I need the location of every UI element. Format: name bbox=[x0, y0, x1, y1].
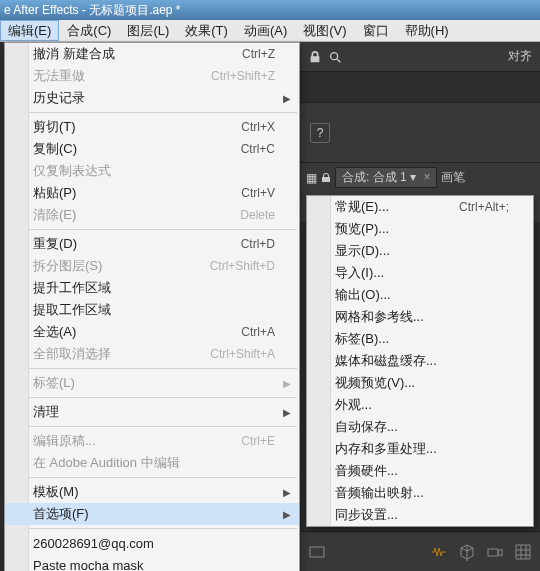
svg-rect-2 bbox=[310, 547, 324, 557]
menu-view[interactable]: 视图(V) bbox=[295, 20, 354, 41]
menu-item-label: 复制(C) bbox=[33, 140, 241, 158]
edit-menu-item[interactable]: 提升工作区域 bbox=[5, 277, 299, 299]
edit-menu-item[interactable]: 全选(A)Ctrl+A bbox=[5, 321, 299, 343]
pref-menu-item[interactable]: 标签(B)... bbox=[307, 328, 533, 350]
menu-item-label: 在 Adobe Audition 中编辑 bbox=[33, 454, 275, 472]
chevron-right-icon: ▶ bbox=[283, 509, 291, 520]
menu-item-label: 标签(L) bbox=[33, 374, 275, 392]
chevron-right-icon: ▶ bbox=[283, 93, 291, 104]
menu-item-label: 全部取消选择 bbox=[33, 345, 210, 363]
edit-menu-item: 在 Adobe Audition 中编辑 bbox=[5, 452, 299, 474]
brush-tab[interactable]: 画笔 bbox=[441, 169, 465, 186]
menu-separator bbox=[7, 112, 297, 113]
chevron-down-icon[interactable]: ▾ bbox=[410, 170, 416, 184]
edit-menu-item: 清除(E)Delete bbox=[5, 204, 299, 226]
menu-item-label: 历史记录 bbox=[33, 89, 275, 107]
pref-menu-item[interactable]: 预览(P)... bbox=[307, 218, 533, 240]
menu-item-label: 粘贴(P) bbox=[33, 184, 241, 202]
pref-menu-item[interactable]: 视频预览(V)... bbox=[307, 372, 533, 394]
menu-item-label: 260028691@qq.com bbox=[33, 536, 275, 551]
chevron-right-icon: ▶ bbox=[283, 407, 291, 418]
bottom-toolbar bbox=[300, 531, 540, 571]
menu-item-shortcut: Ctrl+Alt+; bbox=[459, 200, 509, 214]
pref-menu-item[interactable]: 自动保存... bbox=[307, 416, 533, 438]
menu-item-label: 音频输出映射... bbox=[335, 484, 509, 502]
pref-menu-item[interactable]: 内存和多重处理... bbox=[307, 438, 533, 460]
lock-icon bbox=[308, 50, 322, 64]
menu-effect[interactable]: 效果(T) bbox=[177, 20, 236, 41]
menu-layer[interactable]: 图层(L) bbox=[119, 20, 177, 41]
search-icon[interactable] bbox=[328, 50, 342, 64]
pref-menu-item[interactable]: 音频硬件... bbox=[307, 460, 533, 482]
menu-item-shortcut: Ctrl+X bbox=[241, 120, 275, 134]
comp-tab[interactable]: 合成: 合成 1 ▾ × bbox=[335, 167, 437, 188]
pref-menu-item[interactable]: 同步设置... bbox=[307, 504, 533, 526]
menu-item-label: 清除(E) bbox=[33, 206, 240, 224]
edit-menu-item[interactable]: 提取工作区域 bbox=[5, 299, 299, 321]
menu-item-shortcut: Delete bbox=[240, 208, 275, 222]
pref-menu-item[interactable]: 常规(E)...Ctrl+Alt+; bbox=[307, 196, 533, 218]
menu-item-label: 撤消 新建合成 bbox=[33, 45, 242, 63]
menu-item-label: 首选项(F) bbox=[33, 505, 275, 523]
menu-item-shortcut: Ctrl+C bbox=[241, 142, 275, 156]
grid-icon[interactable] bbox=[514, 543, 532, 561]
close-icon[interactable]: × bbox=[423, 170, 430, 184]
menu-item-label: 常规(E)... bbox=[335, 198, 459, 216]
panel-menu-icon[interactable]: ▦ bbox=[306, 171, 317, 185]
edit-menu-item[interactable]: Paste mocha mask bbox=[5, 554, 299, 571]
menu-item-label: 仅复制表达式 bbox=[33, 162, 275, 180]
preferences-submenu: 常规(E)...Ctrl+Alt+;预览(P)...显示(D)...导入(I).… bbox=[306, 195, 534, 527]
menu-item-label: 外观... bbox=[335, 396, 509, 414]
menu-composition[interactable]: 合成(C) bbox=[59, 20, 119, 41]
edit-menu-item[interactable]: 粘贴(P)Ctrl+V bbox=[5, 182, 299, 204]
edit-menu-item: 编辑原稿...Ctrl+E bbox=[5, 430, 299, 452]
menu-item-label: 提升工作区域 bbox=[33, 279, 275, 297]
edit-menu-item[interactable]: 复制(C)Ctrl+C bbox=[5, 138, 299, 160]
menu-separator bbox=[7, 229, 297, 230]
rectangle-icon[interactable] bbox=[308, 543, 326, 561]
pref-menu-item[interactable]: 导入(I)... bbox=[307, 262, 533, 284]
edit-menu-item: 全部取消选择Ctrl+Shift+A bbox=[5, 343, 299, 365]
pref-menu-item[interactable]: 音频输出映射... bbox=[307, 482, 533, 504]
menu-separator bbox=[7, 528, 297, 529]
menu-item-shortcut: Ctrl+A bbox=[241, 325, 275, 339]
menu-item-label: 编辑原稿... bbox=[33, 432, 241, 450]
pref-menu-item[interactable]: 网格和参考线... bbox=[307, 306, 533, 328]
menu-animation[interactable]: 动画(A) bbox=[236, 20, 295, 41]
align-label: 对齐 bbox=[508, 48, 532, 65]
edit-menu-item[interactable]: 模板(M)▶ bbox=[5, 481, 299, 503]
pref-menu-item[interactable]: 显示(D)... bbox=[307, 240, 533, 262]
waveform-icon[interactable] bbox=[430, 543, 448, 561]
menu-item-label: 导入(I)... bbox=[335, 264, 509, 282]
menu-item-shortcut: Ctrl+V bbox=[241, 186, 275, 200]
lock-icon bbox=[321, 173, 331, 183]
cube-icon[interactable] bbox=[458, 543, 476, 561]
edit-menu-item[interactable]: 260028691@qq.com bbox=[5, 532, 299, 554]
edit-menu-item[interactable]: 撤消 新建合成Ctrl+Z bbox=[5, 43, 299, 65]
camera-icon[interactable] bbox=[486, 543, 504, 561]
menu-item-label: 标签(B)... bbox=[335, 330, 509, 348]
menu-item-label: 提取工作区域 bbox=[33, 301, 275, 319]
menu-item-shortcut: Ctrl+Shift+D bbox=[210, 259, 275, 273]
pref-menu-item[interactable]: 媒体和磁盘缓存... bbox=[307, 350, 533, 372]
window-title: e After Effects - 无标题项目.aep * bbox=[4, 3, 181, 17]
menu-window[interactable]: 窗口 bbox=[355, 20, 397, 41]
edit-menu-item[interactable]: 剪切(T)Ctrl+X bbox=[5, 116, 299, 138]
window-title-bar: e After Effects - 无标题项目.aep * bbox=[0, 0, 540, 20]
menu-help[interactable]: 帮助(H) bbox=[397, 20, 457, 41]
pref-menu-item[interactable]: 输出(O)... bbox=[307, 284, 533, 306]
menu-item-shortcut: Ctrl+D bbox=[241, 237, 275, 251]
svg-point-0 bbox=[331, 52, 338, 59]
menu-edit[interactable]: 编辑(E) bbox=[0, 20, 59, 41]
edit-menu-item[interactable]: 清理▶ bbox=[5, 401, 299, 423]
pref-menu-item[interactable]: 外观... bbox=[307, 394, 533, 416]
menu-item-label: 网格和参考线... bbox=[335, 308, 509, 326]
menu-item-label: 清理 bbox=[33, 403, 275, 421]
edit-menu-item[interactable]: 首选项(F)▶ bbox=[5, 503, 299, 525]
edit-menu-item: 标签(L)▶ bbox=[5, 372, 299, 394]
edit-menu-item[interactable]: 历史记录▶ bbox=[5, 87, 299, 109]
help-icon[interactable]: ? bbox=[310, 123, 330, 143]
menu-item-label: 输出(O)... bbox=[335, 286, 509, 304]
edit-menu-item[interactable]: 重复(D)Ctrl+D bbox=[5, 233, 299, 255]
menu-item-shortcut: Ctrl+E bbox=[241, 434, 275, 448]
